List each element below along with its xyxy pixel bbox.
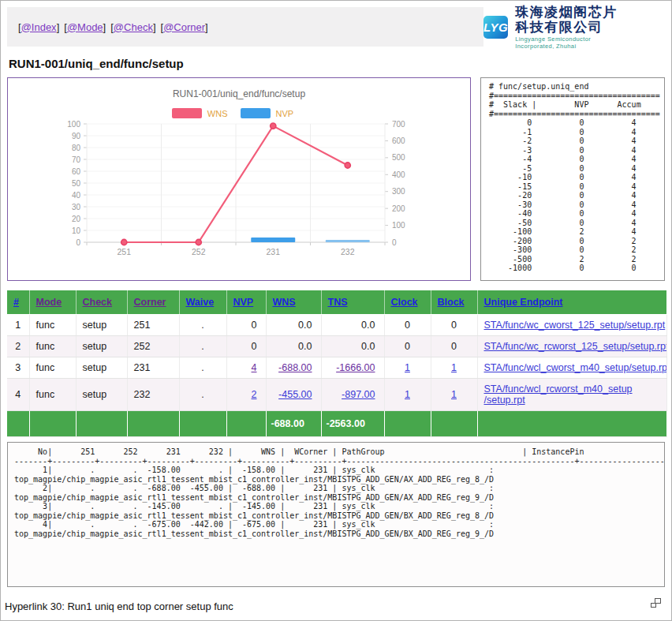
col-header-link-5[interactable]: NVP (233, 297, 254, 308)
wns-point-252[interactable] (196, 239, 201, 245)
cell-r1-c1: func (29, 315, 76, 336)
svg-text:500: 500 (392, 153, 405, 162)
cell-r3-c6: -688.00 (266, 357, 321, 379)
restore-window-icon[interactable] (651, 598, 661, 608)
nav-band: [@Index][@Mode][@Check][@Corner] (7, 7, 483, 47)
cell-link-r4-c5[interactable]: 2 (252, 389, 257, 400)
cell-r4-c8: 1 (384, 379, 431, 411)
svg-text:232: 232 (341, 247, 355, 256)
chart-svg: 0102030405060708090100010020030040050060… (8, 118, 470, 275)
col-header-corner: Corner (127, 290, 179, 315)
nav-link-check[interactable]: @Check (114, 21, 153, 33)
total-empty-cell-5 (226, 411, 266, 437)
nvp-legend-label[interactable]: NVP (276, 109, 294, 118)
cell-r2-c9: 0 (431, 336, 477, 357)
svg-text:50: 50 (72, 179, 81, 188)
col-header-unique-endpoint: Unique Endpoint (477, 290, 666, 315)
nav-item-index: [@Index] (18, 21, 59, 33)
svg-text:200: 200 (392, 204, 405, 213)
content-row: RUN1-001/uniq_end/func/setup WNSNVP 0102… (7, 77, 665, 281)
endpoint-link-r4[interactable]: STA/func/wcl_rcworst_m40_setup/setup.rpt (484, 383, 633, 406)
cell-r3-c7: -1666.00 (321, 357, 384, 379)
total-empty-cell-4 (179, 411, 226, 437)
cell-link-r4-c6[interactable]: -455.00 (278, 389, 312, 400)
chart-panel: RUN1-001/uniq_end/func/setup WNSNVP 0102… (7, 77, 471, 281)
cell-link-r4-c7[interactable]: -897.00 (342, 389, 375, 400)
col-header-nvp: NVP (226, 290, 266, 315)
wns-point-231[interactable] (271, 123, 276, 129)
col-header-link-1[interactable]: Mode (36, 297, 62, 308)
company-name-en: Lingyange Semiconductor Incorporated, Zh… (515, 36, 632, 50)
status-text: Hyperlink 30: Run1 uniq end top corner s… (5, 600, 233, 612)
nav-item-check: [@Check] (110, 21, 155, 33)
cell-r1-c9: 0 (431, 315, 477, 336)
svg-text:0: 0 (76, 238, 80, 247)
company-logo: LYG 珠海凌烟阁芯片科技有限公司 Lingyange Semiconducto… (483, 5, 632, 50)
cell-r2-c0: 2 (7, 336, 29, 357)
col-header-link-6[interactable]: WNS (273, 297, 296, 308)
col-header-clock: Clock (384, 290, 431, 315)
cell-r3-c4: . (179, 357, 226, 379)
endpoint-cell-r1: STA/func/wc_cworst_125_setup/setup.rpt (477, 315, 666, 336)
svg-text:60: 60 (72, 167, 81, 176)
logo-area: LYG 珠海凌烟阁芯片科技有限公司 Lingyange Semiconducto… (483, 7, 665, 47)
cell-r3-c0: 3 (7, 357, 29, 379)
col-header-waive: Waive (179, 290, 226, 315)
cell-r4-c0: 4 (7, 379, 29, 411)
table-row-2: 2funcsetup252.00.00.000STA/func/wc_rcwor… (7, 336, 666, 357)
cell-link-r3-c7[interactable]: -1666.00 (336, 362, 375, 373)
nav-link-mode[interactable]: @Mode (67, 21, 103, 33)
total-empty-cell-0 (7, 411, 29, 437)
svg-text:400: 400 (392, 170, 405, 179)
nav-link-corner[interactable]: @Corner (163, 21, 205, 33)
nvp-bar-231[interactable] (251, 238, 295, 242)
endpoint-link-r2[interactable]: STA/func/wc_rcworst_125_setup/setup.rpt (484, 341, 667, 352)
col-header-link-9[interactable]: Block (438, 297, 465, 308)
svg-text:252: 252 (192, 247, 206, 256)
col-header-link-7[interactable]: TNS (328, 297, 348, 308)
col-header-check: Check (76, 290, 127, 315)
total-empty-cell-1 (29, 411, 76, 437)
cell-r4-c7: -897.00 (321, 379, 384, 411)
nav-link-index[interactable]: @Index (21, 21, 57, 33)
cell-r2-c4: . (179, 336, 226, 357)
cell-r1-c7: 0.0 (321, 315, 384, 336)
endpoint-link-r3[interactable]: STA/func/wcl_cworst_m40_setup/setup.rpt (484, 362, 667, 373)
cell-link-r3-c6[interactable]: -688.00 (278, 362, 312, 373)
chart-title: RUN1-001/uniq_end/func/setup (8, 88, 470, 99)
table-row-4: 4funcsetup232.2-455.00-897.0011STA/func/… (7, 379, 666, 411)
col-header-wns: WNS (266, 290, 321, 315)
col-header-link-8[interactable]: Clock (391, 297, 418, 308)
col-header-link-10[interactable]: Unique Endpoint (484, 297, 563, 308)
results-table-header-row: #ModeCheckCornerWaiveNVPWNSTNSClockBlock… (7, 290, 666, 315)
endpoint-link-r1[interactable]: STA/func/wc_cworst_125_setup/setup.rpt (484, 320, 666, 331)
cell-link-r4-c9[interactable]: 1 (451, 389, 457, 400)
col-header-mode: Mode (29, 290, 76, 315)
cell-link-r3-c9[interactable]: 1 (451, 362, 457, 373)
col-header-link-4[interactable]: Waive (186, 297, 215, 308)
wns-point-251[interactable] (121, 239, 127, 245)
slack-histogram-panel: # func/setup.uniq_end #=================… (480, 77, 665, 281)
col-header-block: Block (431, 290, 477, 315)
cell-link-r4-c8[interactable]: 1 (405, 389, 410, 400)
cell-r2-c8: 0 (384, 336, 431, 357)
cell-r1-c5: 0 (226, 315, 266, 336)
cell-link-r3-c5[interactable]: 4 (252, 362, 257, 373)
svg-text:40: 40 (72, 191, 81, 200)
svg-text:70: 70 (72, 155, 81, 164)
cell-r1-c0: 1 (7, 315, 29, 336)
cell-r2-c5: 0 (226, 336, 266, 357)
slack-histogram-text: # func/setup.uniq_end #=================… (489, 82, 656, 273)
col-header-link-3[interactable]: Corner (134, 297, 166, 308)
results-table-total-row: -688.00-2563.00 (7, 411, 666, 437)
cell-link-r3-c8[interactable]: 1 (405, 362, 410, 373)
col-header-link-2[interactable]: Check (83, 297, 113, 308)
col-header-link-0[interactable]: # (13, 297, 19, 308)
cell-r3-c9: 1 (431, 357, 477, 379)
wns-point-232[interactable] (345, 163, 350, 168)
nvp-bar-232[interactable] (326, 240, 370, 242)
wns-legend-label[interactable]: WNS (207, 109, 228, 118)
total-empty-cell-9 (431, 411, 477, 437)
endpoint-cell-r3: STA/func/wcl_cworst_m40_setup/setup.rpt (477, 357, 666, 379)
nav-links: [@Index][@Mode][@Check][@Corner] (18, 21, 213, 33)
